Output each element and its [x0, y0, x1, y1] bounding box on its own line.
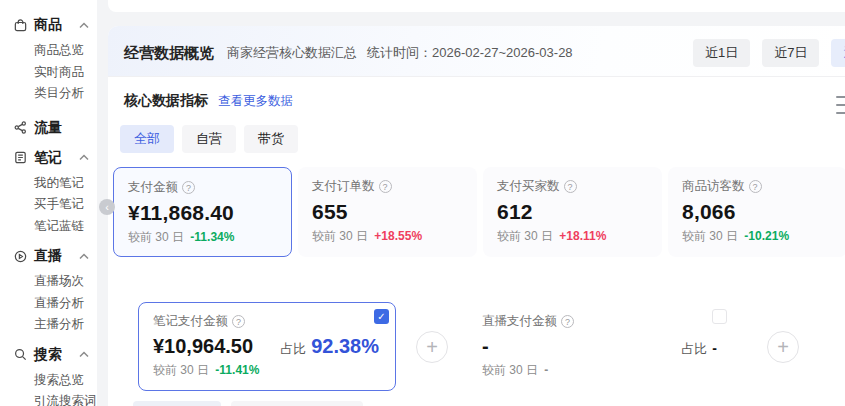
breakdown-value: ¥10,964.50 [153, 335, 253, 358]
payment-breakdown-row: ✓ 笔记支付金额 ? ¥10,964.50 占比 92.38% 较前 30 日 … [138, 302, 845, 391]
stat-time: 统计时间：2026-02-27~2026-03-28 [367, 44, 573, 62]
tab-self-operated[interactable]: 自营 [182, 125, 236, 153]
metric-delta: +18.11% [559, 229, 606, 243]
add-metric-button[interactable]: + [767, 331, 799, 363]
metric-compare: 较前 30 日 -10.21% [682, 228, 833, 245]
panel-header: 经营数据概览 商家经营核心数据汇总 统计时间：2026-02-27~2026-0… [108, 26, 845, 76]
metric-compare: 较前 30 日 +18.55% [312, 228, 463, 245]
breakdown-compare: 较前 30 日 - [482, 362, 719, 379]
range-button-30d[interactable]: 近30日 [831, 39, 845, 67]
sidebar-section-label: 流量 [34, 119, 62, 137]
help-icon[interactable]: ? [564, 180, 577, 193]
sidebar-item-buyer-notes[interactable]: 买手笔记 [0, 194, 97, 216]
metric-value: 8,066 [682, 200, 833, 224]
section-title: 核心数据指标 [124, 92, 208, 110]
sidebar-section-label: 搜索 [34, 346, 62, 364]
checkbox-note-payment[interactable]: ✓ [374, 309, 389, 324]
sidebar-item-note-links[interactable]: 笔记蓝链 [0, 216, 97, 238]
search-icon [12, 347, 28, 363]
range-button-7d[interactable]: 近7日 [762, 39, 819, 67]
divider [108, 76, 845, 77]
metric-label: 支付买家数 [497, 178, 560, 195]
help-icon[interactable]: ? [561, 315, 574, 328]
metric-label: 商品访客数 [682, 178, 745, 195]
breakdown-delta: - [544, 363, 548, 377]
help-icon[interactable]: ? [749, 180, 762, 193]
breakdown-compare: 较前 30 日 -11.41% [153, 362, 381, 379]
sidebar: 商品 商品总览 实时商品 类目分析 流量 笔记 我的笔记 买手笔记 笔记蓝链 直… [0, 0, 97, 406]
live-icon [12, 248, 28, 264]
metric-value: 612 [497, 200, 648, 224]
sidebar-item-realtime-products[interactable]: 实时商品 [0, 62, 97, 84]
metric-compare: 较前 30 日 +18.11% [497, 228, 648, 245]
breakdown-value: - [482, 335, 489, 358]
metric-compare: 较前 30 日 -11.34% [128, 229, 277, 246]
legend-item-note-payment-amount[interactable]: 笔记支付金额 ✕ [231, 401, 363, 406]
previous-panel-edge [108, 0, 845, 12]
note-icon [12, 150, 28, 166]
metric-card-payment-orders[interactable]: 支付订单数 ? 655 较前 30 日 +18.55% [298, 167, 477, 257]
sidebar-section-live[interactable]: 直播 [0, 241, 97, 271]
page-title: 经营数据概览 [124, 44, 214, 63]
metric-cards-row: 支付金额 ? ¥11,868.40 较前 30 日 -11.34% 支付订单数 … [113, 167, 845, 257]
sidebar-item-search-overview[interactable]: 搜索总览 [0, 370, 97, 392]
ratio-group: 占比 92.38% [280, 335, 381, 358]
breakdown-delta: -11.41% [215, 363, 259, 377]
metric-delta: -11.34% [190, 230, 234, 244]
more-data-link[interactable]: 查看更多数据 [218, 93, 293, 110]
date-range-group: 近1日 近7日 近30日 [693, 39, 845, 67]
breakdown-card-note-payment[interactable]: ✓ 笔记支付金额 ? ¥10,964.50 占比 92.38% 较前 30 日 … [138, 302, 396, 391]
page-subtitle: 商家经营核心数据汇总 [227, 44, 357, 62]
sidebar-section-traffic[interactable]: 流量 [0, 113, 97, 143]
chevron-up-icon[interactable] [79, 253, 89, 260]
traffic-icon [12, 120, 28, 136]
range-button-1d[interactable]: 近1日 [693, 39, 750, 67]
metric-delta: -10.21% [744, 229, 789, 243]
sidebar-item-my-notes[interactable]: 我的笔记 [0, 173, 97, 195]
metric-label: 支付订单数 [312, 178, 375, 195]
metric-card-product-visitors[interactable]: 商品访客数 ? 8,066 较前 30 日 -10.21% [668, 167, 845, 257]
ratio-value: 92.38% [311, 335, 379, 358]
ratio-value: - [712, 340, 717, 356]
metric-value: 655 [312, 200, 463, 224]
legend-item-payment-amount[interactable]: 支付金额 [133, 401, 221, 406]
chevron-up-icon[interactable] [79, 22, 89, 29]
carousel-prev-button[interactable]: ‹ [99, 199, 115, 215]
sidebar-section-label: 直播 [34, 247, 62, 265]
metric-value: ¥11,868.40 [128, 201, 277, 225]
chevron-up-icon[interactable] [79, 351, 89, 358]
metric-label: 支付金额 [128, 179, 178, 196]
sidebar-item-live-sessions[interactable]: 直播场次 [0, 271, 97, 293]
help-icon[interactable]: ? [379, 180, 392, 193]
metric-card-payment-buyers[interactable]: 支付买家数 ? 612 较前 30 日 +18.11% [483, 167, 662, 257]
sidebar-item-search-keywords[interactable]: 引流搜索词 [0, 391, 97, 406]
breakdown-card-live-payment[interactable]: 直播支付金额 ? - 占比 - 较前 30 日 - [468, 303, 733, 390]
sidebar-section-label: 笔记 [34, 149, 62, 167]
sidebar-section-search[interactable]: 搜索 [0, 340, 97, 370]
scope-tabs: 全部 自营 带货 [120, 125, 845, 153]
sidebar-item-host-analysis[interactable]: 主播分析 [0, 314, 97, 336]
tab-affiliate[interactable]: 带货 [244, 125, 298, 153]
sidebar-item-live-analysis[interactable]: 直播分析 [0, 293, 97, 315]
business-data-panel: 经营数据概览 商家经营核心数据汇总 统计时间：2026-02-27~2026-0… [108, 26, 845, 406]
tab-all[interactable]: 全部 [120, 125, 174, 153]
breakdown-label: 笔记支付金额 [153, 313, 228, 330]
metric-card-payment-amount[interactable]: 支付金额 ? ¥11,868.40 较前 30 日 -11.34% [113, 167, 292, 257]
help-icon[interactable]: ? [182, 181, 195, 194]
breakdown-label: 直播支付金额 [482, 313, 557, 330]
product-icon [12, 17, 28, 33]
sidebar-item-product-overview[interactable]: 商品总览 [0, 40, 97, 62]
sidebar-section-notes[interactable]: 笔记 [0, 143, 97, 173]
help-icon[interactable]: ? [232, 315, 245, 328]
core-metrics-header: 核心数据指标 查看更多数据 [124, 92, 845, 110]
sidebar-section-products[interactable]: 商品 [0, 10, 97, 40]
metric-config-icon[interactable] [836, 96, 845, 114]
metric-delta: +18.55% [374, 229, 422, 243]
sidebar-section-label: 商品 [34, 16, 62, 34]
chart-legend: 支付金额 笔记支付金额 ✕ [133, 401, 845, 406]
chevron-up-icon[interactable] [79, 154, 89, 161]
checkbox-live-payment[interactable] [712, 309, 727, 324]
sidebar-item-category-analysis[interactable]: 类目分析 [0, 83, 97, 105]
ratio-group: 占比 - [681, 340, 719, 358]
add-metric-button[interactable]: + [416, 331, 448, 363]
